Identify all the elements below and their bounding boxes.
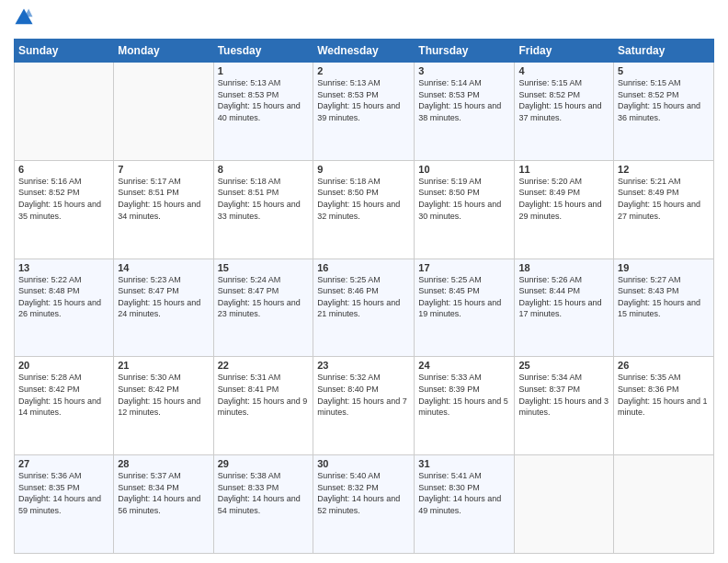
day-number: 25 bbox=[518, 360, 609, 371]
calendar-day-cell: 5Sunrise: 5:15 AM Sunset: 8:52 PM Daylig… bbox=[614, 63, 714, 161]
day-info: Sunrise: 5:27 AM Sunset: 8:43 PM Dayligh… bbox=[618, 274, 710, 320]
day-number: 4 bbox=[518, 65, 609, 76]
day-info: Sunrise: 5:21 AM Sunset: 8:49 PM Dayligh… bbox=[618, 176, 710, 222]
calendar-day-cell bbox=[15, 63, 114, 161]
day-info: Sunrise: 5:25 AM Sunset: 8:45 PM Dayligh… bbox=[418, 274, 510, 320]
day-number: 31 bbox=[418, 458, 510, 469]
calendar-day-cell: 20Sunrise: 5:28 AM Sunset: 8:42 PM Dayli… bbox=[15, 357, 114, 455]
day-number: 15 bbox=[218, 262, 310, 273]
calendar-day-cell: 17Sunrise: 5:25 AM Sunset: 8:45 PM Dayli… bbox=[415, 259, 515, 357]
calendar-day-cell: 27Sunrise: 5:36 AM Sunset: 8:35 PM Dayli… bbox=[15, 455, 114, 554]
calendar-day-cell: 23Sunrise: 5:32 AM Sunset: 8:40 PM Dayli… bbox=[313, 357, 415, 455]
day-number: 20 bbox=[18, 360, 109, 371]
calendar-day-cell: 31Sunrise: 5:41 AM Sunset: 8:30 PM Dayli… bbox=[415, 455, 515, 554]
calendar-table: SundayMondayTuesdayWednesdayThursdayFrid… bbox=[14, 39, 714, 554]
day-info: Sunrise: 5:31 AM Sunset: 8:41 PM Dayligh… bbox=[218, 372, 310, 418]
calendar-day-header: Tuesday bbox=[213, 40, 313, 63]
calendar-day-cell: 11Sunrise: 5:20 AM Sunset: 8:49 PM Dayli… bbox=[515, 160, 614, 259]
day-info: Sunrise: 5:26 AM Sunset: 8:44 PM Dayligh… bbox=[518, 274, 609, 320]
day-info: Sunrise: 5:16 AM Sunset: 8:52 PM Dayligh… bbox=[18, 176, 109, 222]
calendar-day-cell: 18Sunrise: 5:26 AM Sunset: 8:44 PM Dayli… bbox=[515, 259, 614, 357]
day-number: 26 bbox=[618, 360, 710, 371]
logo bbox=[14, 9, 36, 31]
day-info: Sunrise: 5:14 AM Sunset: 8:53 PM Dayligh… bbox=[418, 77, 510, 123]
calendar-day-cell bbox=[614, 455, 714, 554]
calendar-day-cell: 21Sunrise: 5:30 AM Sunset: 8:42 PM Dayli… bbox=[114, 357, 213, 455]
calendar-day-cell: 26Sunrise: 5:35 AM Sunset: 8:36 PM Dayli… bbox=[614, 357, 714, 455]
day-number: 19 bbox=[618, 262, 710, 273]
calendar-day-header: Friday bbox=[515, 40, 614, 63]
day-info: Sunrise: 5:22 AM Sunset: 8:48 PM Dayligh… bbox=[18, 274, 109, 320]
day-number: 16 bbox=[317, 262, 410, 273]
day-number: 28 bbox=[118, 458, 209, 469]
day-number: 22 bbox=[218, 360, 310, 371]
calendar-week-row: 13Sunrise: 5:22 AM Sunset: 8:48 PM Dayli… bbox=[15, 259, 714, 357]
calendar-day-cell: 1Sunrise: 5:13 AM Sunset: 8:53 PM Daylig… bbox=[213, 63, 313, 161]
day-number: 24 bbox=[418, 360, 510, 371]
day-number: 7 bbox=[118, 164, 209, 175]
calendar-day-cell bbox=[515, 455, 614, 554]
calendar-day-cell: 24Sunrise: 5:33 AM Sunset: 8:39 PM Dayli… bbox=[415, 357, 515, 455]
calendar-day-cell: 10Sunrise: 5:19 AM Sunset: 8:50 PM Dayli… bbox=[415, 160, 515, 259]
day-info: Sunrise: 5:23 AM Sunset: 8:47 PM Dayligh… bbox=[118, 274, 209, 320]
day-info: Sunrise: 5:15 AM Sunset: 8:52 PM Dayligh… bbox=[518, 77, 609, 123]
calendar-week-row: 6Sunrise: 5:16 AM Sunset: 8:52 PM Daylig… bbox=[15, 160, 714, 259]
day-number: 17 bbox=[418, 262, 510, 273]
calendar-day-cell: 28Sunrise: 5:37 AM Sunset: 8:34 PM Dayli… bbox=[114, 455, 213, 554]
calendar-day-header: Sunday bbox=[15, 40, 114, 63]
day-number: 12 bbox=[618, 164, 710, 175]
calendar-day-cell: 12Sunrise: 5:21 AM Sunset: 8:49 PM Dayli… bbox=[614, 160, 714, 259]
day-number: 9 bbox=[317, 164, 410, 175]
day-info: Sunrise: 5:41 AM Sunset: 8:30 PM Dayligh… bbox=[418, 470, 510, 516]
calendar-day-cell: 13Sunrise: 5:22 AM Sunset: 8:48 PM Dayli… bbox=[15, 259, 114, 357]
logo-icon bbox=[14, 7, 34, 28]
day-info: Sunrise: 5:18 AM Sunset: 8:51 PM Dayligh… bbox=[218, 176, 310, 222]
day-info: Sunrise: 5:19 AM Sunset: 8:50 PM Dayligh… bbox=[418, 176, 510, 222]
day-number: 27 bbox=[18, 458, 109, 469]
day-number: 3 bbox=[418, 65, 510, 76]
day-number: 10 bbox=[418, 164, 510, 175]
calendar-day-cell: 4Sunrise: 5:15 AM Sunset: 8:52 PM Daylig… bbox=[515, 63, 614, 161]
day-number: 18 bbox=[518, 262, 609, 273]
day-number: 23 bbox=[317, 360, 410, 371]
calendar-week-row: 20Sunrise: 5:28 AM Sunset: 8:42 PM Dayli… bbox=[15, 357, 714, 455]
calendar-day-cell: 7Sunrise: 5:17 AM Sunset: 8:51 PM Daylig… bbox=[114, 160, 213, 259]
day-info: Sunrise: 5:18 AM Sunset: 8:50 PM Dayligh… bbox=[317, 176, 410, 222]
day-number: 13 bbox=[18, 262, 109, 273]
day-number: 6 bbox=[18, 164, 109, 175]
calendar-day-cell: 9Sunrise: 5:18 AM Sunset: 8:50 PM Daylig… bbox=[313, 160, 415, 259]
day-info: Sunrise: 5:36 AM Sunset: 8:35 PM Dayligh… bbox=[18, 470, 109, 516]
calendar-week-row: 1Sunrise: 5:13 AM Sunset: 8:53 PM Daylig… bbox=[15, 63, 714, 161]
calendar-week-row: 27Sunrise: 5:36 AM Sunset: 8:35 PM Dayli… bbox=[15, 455, 714, 554]
calendar-day-header: Monday bbox=[114, 40, 213, 63]
calendar-day-cell: 29Sunrise: 5:38 AM Sunset: 8:33 PM Dayli… bbox=[213, 455, 313, 554]
calendar-day-cell: 19Sunrise: 5:27 AM Sunset: 8:43 PM Dayli… bbox=[614, 259, 714, 357]
calendar-day-cell: 14Sunrise: 5:23 AM Sunset: 8:47 PM Dayli… bbox=[114, 259, 213, 357]
calendar-day-cell: 3Sunrise: 5:14 AM Sunset: 8:53 PM Daylig… bbox=[415, 63, 515, 161]
day-info: Sunrise: 5:37 AM Sunset: 8:34 PM Dayligh… bbox=[118, 470, 209, 516]
calendar-day-cell: 25Sunrise: 5:34 AM Sunset: 8:37 PM Dayli… bbox=[515, 357, 614, 455]
day-info: Sunrise: 5:13 AM Sunset: 8:53 PM Dayligh… bbox=[317, 77, 410, 123]
calendar-day-cell: 8Sunrise: 5:18 AM Sunset: 8:51 PM Daylig… bbox=[213, 160, 313, 259]
calendar-day-cell: 22Sunrise: 5:31 AM Sunset: 8:41 PM Dayli… bbox=[213, 357, 313, 455]
day-number: 29 bbox=[218, 458, 310, 469]
day-info: Sunrise: 5:25 AM Sunset: 8:46 PM Dayligh… bbox=[317, 274, 410, 320]
day-number: 1 bbox=[218, 65, 310, 76]
calendar-day-cell: 15Sunrise: 5:24 AM Sunset: 8:47 PM Dayli… bbox=[213, 259, 313, 357]
day-info: Sunrise: 5:32 AM Sunset: 8:40 PM Dayligh… bbox=[317, 372, 410, 418]
calendar-header-row: SundayMondayTuesdayWednesdayThursdayFrid… bbox=[15, 40, 714, 63]
day-info: Sunrise: 5:38 AM Sunset: 8:33 PM Dayligh… bbox=[218, 470, 310, 516]
day-number: 21 bbox=[118, 360, 209, 371]
day-number: 14 bbox=[118, 262, 209, 273]
day-number: 2 bbox=[317, 65, 410, 76]
header bbox=[14, 9, 714, 31]
day-info: Sunrise: 5:17 AM Sunset: 8:51 PM Dayligh… bbox=[118, 176, 209, 222]
day-info: Sunrise: 5:28 AM Sunset: 8:42 PM Dayligh… bbox=[18, 372, 109, 418]
calendar-day-header: Thursday bbox=[415, 40, 515, 63]
calendar-day-cell: 2Sunrise: 5:13 AM Sunset: 8:53 PM Daylig… bbox=[313, 63, 415, 161]
day-number: 30 bbox=[317, 458, 410, 469]
day-info: Sunrise: 5:35 AM Sunset: 8:36 PM Dayligh… bbox=[618, 372, 710, 418]
calendar-day-cell bbox=[114, 63, 213, 161]
day-info: Sunrise: 5:40 AM Sunset: 8:32 PM Dayligh… bbox=[317, 470, 410, 516]
day-info: Sunrise: 5:30 AM Sunset: 8:42 PM Dayligh… bbox=[118, 372, 209, 418]
